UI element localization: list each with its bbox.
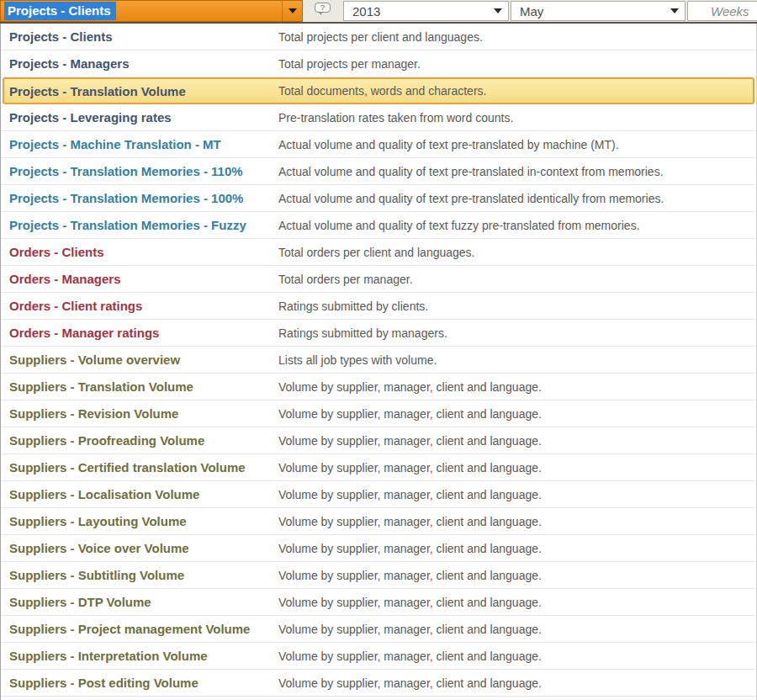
- list-item[interactable]: Orders - ClientsTotal orders per client …: [1, 239, 756, 266]
- list-item[interactable]: Suppliers - Volume overviewLists all job…: [1, 347, 756, 374]
- month-value: May: [511, 4, 543, 19]
- report-name: Suppliers - Project management Volume: [1, 622, 278, 636]
- report-description: Actual volume and quality of text pre-tr…: [278, 138, 756, 151]
- report-description: Total projects per client and languages.: [278, 30, 756, 44]
- report-name: Suppliers - Localisation Volume: [1, 487, 278, 501]
- report-description: Ratings submitted by managers.: [278, 326, 756, 340]
- report-name: Suppliers - Layouting Volume: [1, 514, 278, 528]
- report-name: Suppliers - Translation Volume: [1, 379, 278, 394]
- list-item[interactable]: Projects - Translation Memories - 110%Ac…: [1, 158, 756, 185]
- report-description: Ratings submitted by clients.: [278, 300, 756, 313]
- report-description: Lists all job types with volume.: [278, 353, 756, 367]
- report-name: Suppliers - Post editing Volume: [1, 676, 278, 690]
- report-description: Total orders per client and languages.: [278, 246, 756, 259]
- report-name: Suppliers - Revision Volume: [1, 406, 278, 421]
- list-item[interactable]: Projects - Translation Memories - 100%Ac…: [1, 185, 756, 212]
- report-selector-combobox[interactable]: Projects - Clients: [0, 0, 303, 22]
- report-name: Projects - Machine Translation - MT: [1, 137, 278, 151]
- list-item[interactable]: Suppliers - Voice over VolumeVolume by s…: [1, 535, 756, 562]
- report-name: Projects - Clients: [1, 29, 278, 44]
- report-description: Volume by supplier, manager, client and …: [278, 542, 756, 555]
- report-description: Total projects per manager.: [278, 57, 756, 71]
- report-name: Orders - Clients: [1, 245, 278, 259]
- report-name: Projects - Translation Volume: [4, 84, 278, 98]
- chevron-down-icon[interactable]: [282, 1, 302, 21]
- report-description: Total documents, words and characters.: [278, 84, 753, 98]
- report-description: Actual volume and quality of text fuzzy …: [278, 219, 756, 232]
- report-description: Volume by supplier, manager, client and …: [278, 488, 756, 501]
- report-description: Volume by supplier, manager, client and …: [278, 461, 756, 475]
- report-name: Projects - Leveraging rates: [1, 110, 278, 125]
- list-item[interactable]: Suppliers - DTP VolumeVolume by supplier…: [1, 589, 756, 616]
- period-field[interactable]: Weeks: [687, 1, 757, 21]
- list-item[interactable]: Suppliers - Revision VolumeVolume by sup…: [1, 400, 756, 427]
- toolbar: Projects - Clients ? 2013 May Weeks: [0, 0, 757, 22]
- year-value: 2013: [344, 4, 380, 19]
- list-item[interactable]: Projects - Translation Memories - FuzzyA…: [1, 212, 756, 239]
- report-name: Suppliers - DTP Volume: [1, 595, 278, 609]
- report-description: Pre-translation rates taken from word co…: [278, 111, 756, 125]
- list-item[interactable]: Suppliers - Translation VolumeVolume by …: [1, 374, 756, 400]
- report-name: Orders - Manager ratings: [1, 326, 278, 340]
- chevron-down-icon[interactable]: [494, 8, 502, 13]
- help-button[interactable]: ?: [313, 1, 336, 18]
- report-name: Suppliers - Volume overview: [1, 353, 278, 367]
- report-description: Volume by supplier, manager, client and …: [278, 596, 756, 609]
- report-description: Volume by supplier, manager, client and …: [278, 434, 756, 448]
- report-description: Volume by supplier, manager, client and …: [278, 569, 756, 582]
- report-description: Volume by supplier, manager, client and …: [278, 676, 756, 690]
- list-item[interactable]: Orders - Client ratingsRatings submitted…: [1, 293, 756, 320]
- report-description: Volume by supplier, manager, client and …: [278, 650, 756, 663]
- report-name: Suppliers - Proofreading Volume: [1, 433, 278, 448]
- report-name: Projects - Translation Memories - 100%: [1, 191, 278, 205]
- report-name: Orders - Managers: [1, 272, 278, 286]
- report-description: Actual volume and quality of text pre-tr…: [278, 192, 756, 205]
- report-name: Projects - Managers: [1, 56, 278, 71]
- list-item[interactable]: Projects - Translation VolumeTotal docum…: [3, 77, 754, 104]
- report-name: Projects - Translation Memories - 110%: [1, 164, 278, 178]
- list-item[interactable]: Orders - Manager ratingsRatings submitte…: [1, 320, 756, 347]
- report-name: Orders - Client ratings: [1, 299, 278, 313]
- report-name: Suppliers - Interpretation Volume: [1, 649, 278, 663]
- report-list: Projects - ClientsTotal projects per cli…: [0, 24, 757, 700]
- report-description: Volume by supplier, manager, client and …: [278, 380, 756, 394]
- list-item[interactable]: Projects - Leveraging ratesPre-translati…: [1, 104, 756, 131]
- list-item[interactable]: Projects - ManagersTotal projects per ma…: [1, 50, 756, 77]
- report-description: Volume by supplier, manager, client and …: [278, 407, 756, 421]
- report-description: Total orders per manager.: [278, 273, 756, 286]
- period-placeholder: Weeks: [688, 4, 749, 19]
- list-item[interactable]: Projects - ClientsTotal projects per cli…: [1, 24, 756, 50]
- list-item[interactable]: Suppliers - Interpretation VolumeVolume …: [1, 643, 756, 670]
- list-item[interactable]: Suppliers - Project management VolumeVol…: [1, 616, 756, 643]
- report-selector-value: Projects - Clients: [4, 2, 116, 20]
- list-item[interactable]: Suppliers - Proofreading VolumeVolume by…: [1, 427, 756, 454]
- question-balloon-icon: ?: [315, 3, 331, 13]
- year-dropdown[interactable]: 2013: [343, 1, 509, 21]
- report-description: Actual volume and quality of text pre-tr…: [278, 165, 756, 178]
- list-item[interactable]: Suppliers - Layouting VolumeVolume by su…: [1, 508, 756, 535]
- report-description: Volume by supplier, manager, client and …: [278, 623, 756, 636]
- list-item[interactable]: Projects - Machine Translation - MTActua…: [1, 131, 756, 158]
- report-name: Projects - Translation Memories - Fuzzy: [1, 218, 278, 232]
- list-item[interactable]: Suppliers - Localisation VolumeVolume by…: [1, 481, 756, 508]
- month-dropdown[interactable]: May: [511, 1, 686, 21]
- chevron-down-icon[interactable]: [670, 8, 679, 13]
- report-name: Suppliers - Voice over Volume: [1, 541, 278, 555]
- list-item[interactable]: Suppliers - Certified translation Volume…: [1, 454, 756, 481]
- list-item[interactable]: Suppliers - Post editing VolumeVolume by…: [1, 670, 756, 697]
- report-name: Suppliers - Certified translation Volume: [1, 460, 278, 475]
- list-item[interactable]: Orders - ManagersTotal orders per manage…: [1, 266, 756, 293]
- report-description: Volume by supplier, manager, client and …: [278, 515, 756, 528]
- report-name: Suppliers - Subtitling Volume: [1, 568, 278, 582]
- list-item[interactable]: Suppliers - Subtitling VolumeVolume by s…: [1, 562, 756, 589]
